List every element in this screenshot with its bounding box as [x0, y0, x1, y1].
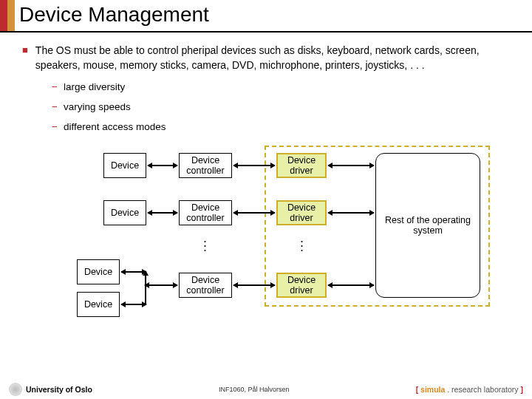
- device-box: Device: [77, 259, 120, 284]
- controller-box: Device controller: [179, 200, 232, 225]
- connector-arrow: [233, 165, 275, 166]
- slide-title-bar: Device Management: [0, 0, 532, 33]
- device-box: Device: [103, 153, 146, 178]
- dash-icon: −: [52, 101, 58, 112]
- lab-suffix: . research laboratory: [445, 385, 518, 394]
- connector-arrow: [148, 212, 177, 214]
- connector-arrow: [328, 165, 374, 166]
- connector-arrow: [145, 284, 177, 286]
- architecture-diagram: Device Device Device Device Device contr…: [66, 141, 525, 333]
- connector-arrow: [233, 284, 275, 286]
- connector-line: [145, 271, 146, 305]
- university-seal-icon: [9, 383, 22, 396]
- driver-box: Device driver: [276, 153, 327, 178]
- main-bullet-text: The OS must be able to control pheripal …: [35, 43, 510, 72]
- slide-content: ■ The OS must be able to control pheripa…: [0, 33, 532, 333]
- accent-bar-gold: [7, 0, 15, 31]
- university-name: University of Oslo: [26, 385, 92, 394]
- controller-box: Device controller: [179, 153, 232, 178]
- connector-arrow: [233, 212, 275, 214]
- device-box: Device: [103, 200, 146, 225]
- sub-bullet-list: − large diversity − varying speeds − dif…: [52, 81, 510, 132]
- sub-bullet-text: varying speeds: [64, 101, 131, 112]
- main-bullet: ■ The OS must be able to control pheripa…: [22, 43, 510, 72]
- connector-arrow: [328, 284, 374, 286]
- device-box: Device: [77, 292, 120, 317]
- connector-arrow: [121, 304, 146, 305]
- sub-bullet: − different access modes: [52, 121, 510, 132]
- sub-bullet: − large diversity: [52, 81, 510, 92]
- dash-icon: −: [52, 81, 58, 92]
- footer-left: University of Oslo: [9, 383, 92, 396]
- dash-icon: −: [52, 121, 58, 132]
- connector-arrow: [328, 212, 374, 214]
- slide-title: Device Management: [15, 0, 215, 31]
- os-box: Rest of the operating system: [375, 153, 480, 298]
- sub-bullet-text: large diversity: [64, 81, 125, 92]
- sub-bullet-text: different access modes: [64, 121, 166, 132]
- bullet-square-icon: ■: [22, 43, 28, 72]
- bracket-close: ]: [519, 385, 523, 394]
- connector-arrow: [148, 165, 177, 166]
- footer-center: INF1060, Pål Halvorsen: [219, 386, 290, 393]
- sub-bullet: − varying speeds: [52, 101, 510, 112]
- footer-right: [ simula . research laboratory ]: [416, 385, 523, 394]
- title-sidebar: [0, 0, 15, 31]
- vertical-ellipsis-icon: ...: [203, 236, 207, 249]
- vertical-ellipsis-icon: ...: [300, 236, 304, 249]
- controller-box: Device controller: [179, 273, 232, 298]
- driver-box: Device driver: [276, 200, 327, 225]
- slide-footer: University of Oslo INF1060, Pål Halvorse…: [0, 383, 532, 396]
- driver-box: Device driver: [276, 273, 327, 298]
- lab-name: simula: [420, 385, 445, 394]
- accent-bar-red: [0, 0, 7, 31]
